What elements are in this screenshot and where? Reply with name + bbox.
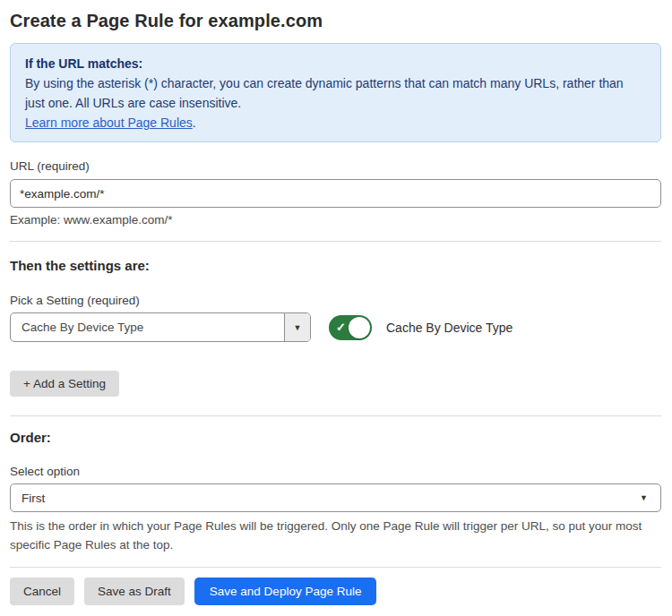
order-section-heading: Order: <box>10 430 661 445</box>
setting-select[interactable]: Cache By Device Type ▼ <box>10 312 311 342</box>
footer-actions: Cancel Save as Draft Save and Deploy Pag… <box>10 578 661 605</box>
page-title: Create a Page Rule for example.com <box>10 11 661 31</box>
info-box-heading: If the URL matches: <box>25 54 646 73</box>
divider <box>10 567 661 568</box>
url-example-helper: Example: www.example.com/* <box>10 213 661 227</box>
save-as-draft-button[interactable]: Save as Draft <box>84 578 185 605</box>
cache-device-type-toggle[interactable]: ✓ <box>329 315 372 340</box>
setting-row: Cache By Device Type ▼ ✓ Cache By Device… <box>10 312 661 342</box>
settings-section-heading: Then the settings are: <box>10 258 661 273</box>
learn-more-link[interactable]: Learn more about Page Rules <box>25 116 193 130</box>
toggle-caption: Cache By Device Type <box>386 321 513 335</box>
divider <box>10 415 661 416</box>
url-input[interactable] <box>10 179 661 208</box>
divider <box>10 241 661 242</box>
order-select-value: First <box>11 492 45 505</box>
setting-select-arrow-button[interactable]: ▼ <box>284 313 310 341</box>
info-box-link-line: Learn more about Page Rules. <box>25 113 646 133</box>
url-match-info-box: If the URL matches: By using the asteris… <box>10 43 661 142</box>
cancel-button[interactable]: Cancel <box>10 578 74 605</box>
link-suffix: . <box>193 116 196 130</box>
save-and-deploy-button[interactable]: Save and Deploy Page Rule <box>194 578 377 605</box>
order-select-label: Select option <box>10 465 661 478</box>
check-icon: ✓ <box>336 321 346 334</box>
order-helper-text: This is the order in which your Page Rul… <box>10 517 655 554</box>
add-setting-button[interactable]: + Add a Setting <box>10 371 119 397</box>
url-field-label: URL (required) <box>10 159 661 173</box>
chevron-down-icon: ▼ <box>640 493 648 502</box>
page-rule-form: Create a Page Rule for example.com If th… <box>0 0 672 605</box>
setting-select-value: Cache By Device Type <box>11 313 284 341</box>
order-select[interactable]: First ▼ <box>10 483 661 512</box>
toggle-knob <box>349 317 370 338</box>
pick-setting-label: Pick a Setting (required) <box>10 294 661 307</box>
info-box-body: By using the asterisk (*) character, you… <box>25 73 646 113</box>
chevron-down-icon: ▼ <box>294 323 302 332</box>
